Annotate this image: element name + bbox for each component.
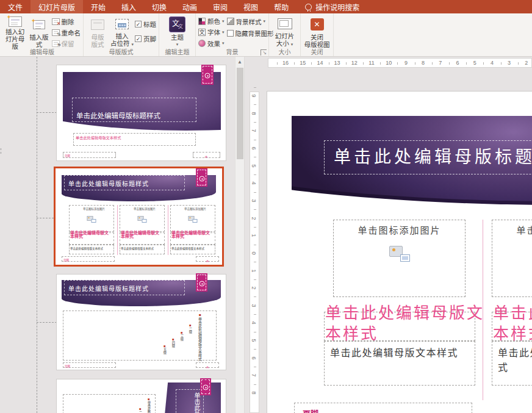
ruler-tick <box>415 62 415 65</box>
ruler-number: 4 <box>491 60 494 66</box>
scrollbar-up-arrow-icon[interactable]: ▲ <box>235 57 244 66</box>
preserve-icon: ⚑ <box>52 40 60 47</box>
slide-canvas[interactable]: 单击此处编辑母版标题样式 单击图标添加图片 单击图标添加图片 单击此处编辑母版文… <box>267 92 532 413</box>
colors-icon <box>198 18 206 25</box>
body-placeholder[interactable]: 单击此处编辑母版文本样式 <box>324 341 475 386</box>
layout-thumbnail-three-pictures-selected[interactable]: 单击此处编辑母版标题样式 单击图标添加图片 单击此处编辑母版文本样式 单击此处编… <box>54 167 224 267</box>
ruler-tick <box>254 349 256 350</box>
ruler-number: 8 <box>251 392 257 395</box>
scrollbar-thumb[interactable] <box>237 68 243 159</box>
thumb2-footer-placeholder: 页脚 <box>62 256 115 262</box>
thumbnail-scrollbar[interactable]: ▲ <box>235 57 244 413</box>
thumb2-black-body-placeholder: 单击此处编辑母版文本样式 <box>120 245 165 254</box>
thumb2-pink-body-placeholder: 单击此处编辑母版文本样式 <box>120 232 165 245</box>
colors-button[interactable]: 颜色 ▾ <box>198 16 225 26</box>
dropdown-arrow-icon: ▾ <box>222 41 225 46</box>
ruler-tick <box>254 174 256 175</box>
layout-thumbnail-vertical-title[interactable]: 单击此处编辑母版标题样式 ▪单击此处编辑母版文本样式 ▪二级 ▪三级 <box>57 379 226 413</box>
ruler-tick <box>254 122 256 123</box>
insert-slide-master-button[interactable]: ✦ 插入幻 灯片母版 <box>4 15 26 48</box>
master-layout-icon <box>91 20 104 30</box>
delete-button[interactable]: ✕ 删除 <box>52 16 81 26</box>
layout-thumbnail-vertical-text[interactable]: 单击此处编辑母版标题样式 ▪单击此处编辑母版文本样式 ▪二级 ▪三级 ▪四级 ▪… <box>57 275 226 370</box>
layout-thumbnail-title-slide[interactable]: 单击此处编辑母版标题样式 单击此处编辑母版文本样式 页脚 ‹#› <box>57 65 226 160</box>
group-label-background: 背景 <box>196 47 268 56</box>
tab-动画[interactable]: 动画 <box>174 0 205 13</box>
body-placeholder[interactable]: 单击此处编辑母版文本样式 <box>492 341 532 386</box>
thumb4-vertical-body-placeholder: ▪单击此处编辑母版文本样式 ▪二级 ▪三级 <box>63 394 156 413</box>
picture-placeholder-icon <box>389 246 410 262</box>
ruler-tick <box>294 62 295 65</box>
ruler-tick <box>432 62 433 65</box>
dropdown-arrow-icon: ▾ <box>222 19 225 24</box>
insert-placeholder-button[interactable]: 插入 占位符 ▾ <box>110 15 134 48</box>
thumb3-slidenumber-placeholder: ‹#› <box>196 362 219 368</box>
picture-placeholder[interactable]: 单击图标添加图片 <box>333 220 466 297</box>
tab-开始[interactable]: 开始 <box>83 0 113 13</box>
close-master-view-icon: ✕ <box>311 18 324 31</box>
ruler-tick <box>254 332 256 332</box>
tab-视图[interactable]: 视图 <box>235 0 266 13</box>
tell-me-search[interactable]: 操作说明搜索 <box>299 0 365 13</box>
thumb1-title-placeholder: 单击此处编辑母版标题样式 <box>72 98 196 122</box>
checkbox-checked-icon: ✓ <box>135 21 142 27</box>
tab-幻灯片母版[interactable]: 幻灯片母版 <box>31 0 83 13</box>
ruler-number: 1 <box>251 269 257 272</box>
ruler-number: 13 <box>334 60 340 66</box>
ruler-number: 12 <box>351 60 358 66</box>
thumb2-title-placeholder: 单击此处编辑母版标题样式 <box>64 175 185 190</box>
slide-size-button[interactable]: 幻灯片 大小 ▾ <box>271 15 298 48</box>
hide-background-graphics-checkbox[interactable]: 隐藏背景图形 <box>227 28 274 38</box>
insert-slide-master-icon: ✦ <box>9 16 22 27</box>
thumb3-footer-placeholder: 页脚 <box>63 362 116 368</box>
thumb2-pink-body-placeholder: 单击此处编辑母版文本样式 <box>170 232 215 245</box>
picture-placeholder[interactable]: 单击图标添加图片 <box>492 220 532 297</box>
ruler-number: 9 <box>251 94 257 97</box>
tab-文件[interactable]: 文件 <box>0 0 31 13</box>
bookmark-ribbon-icon <box>196 168 207 187</box>
bookmark-ribbon-icon <box>196 273 207 292</box>
layout-tree-stub <box>1 148 1 154</box>
ruler-tick <box>254 87 256 88</box>
title-placeholder[interactable]: 单击此处编辑母版标题样式 <box>324 140 532 174</box>
checkbox-checked-icon: ✓ <box>135 35 142 42</box>
ruler-number: 3 <box>251 304 257 307</box>
footer-placeholder[interactable]: 页脚 <box>294 403 472 413</box>
background-styles-button[interactable]: 背景样式 ▾ <box>227 16 274 26</box>
fonts-button[interactable]: 文 字体 ▾ <box>198 27 225 37</box>
ruler-tick <box>254 384 256 385</box>
footers-checkbox[interactable]: ✓ 页脚 <box>135 34 156 43</box>
title-checkbox[interactable]: ✓ 标题 <box>135 19 156 29</box>
tab-切换[interactable]: 切换 <box>144 0 174 13</box>
ruler-tick <box>449 62 450 65</box>
picture-placeholder-icon <box>87 216 96 223</box>
ruler-tick <box>501 62 501 65</box>
ruler-number: 1 <box>251 234 257 237</box>
ruler-number: 6 <box>251 146 257 149</box>
ruler-tick <box>254 104 256 105</box>
insert-layout-icon: ✦ <box>33 20 45 29</box>
ruler-tick <box>363 62 364 65</box>
ruler-number: 3 <box>508 60 511 66</box>
thumb2-picture-placeholder: 单击图标添加图片 <box>120 205 165 232</box>
group-edit-master: ✦ 插入幻 灯片母版 ✦ 插入版式 ✕ 删除 ✎ 重命名 ⚑ 保留 编辑母版 <box>1 13 84 56</box>
tab-审阅[interactable]: 审阅 <box>205 0 235 13</box>
rename-icon: ✎ <box>52 29 60 36</box>
lightbulb-icon <box>305 4 312 10</box>
ruler-number: 2 <box>251 217 257 220</box>
ruler-number: 5 <box>251 339 257 342</box>
themes-button[interactable]: 文文 主题 ▾ <box>164 15 192 48</box>
master-layout-button[interactable]: 母版 版式 <box>86 15 109 48</box>
ruler-tick <box>254 314 256 315</box>
tab-帮助[interactable]: 帮助 <box>266 0 297 13</box>
insert-placeholder-icon <box>115 19 129 29</box>
rename-button[interactable]: ✎ 重命名 <box>52 27 81 37</box>
picture-placeholder-icon <box>189 216 198 223</box>
ruler-tick <box>254 192 256 193</box>
tab-插入[interactable]: 插入 <box>113 0 144 13</box>
ruler-number: 8 <box>422 60 425 66</box>
background-styles-icon <box>227 18 234 25</box>
close-master-view-button[interactable]: ✕ 关闭 母版视图 <box>303 15 331 48</box>
ribbon: ✦ 插入幻 灯片母版 ✦ 插入版式 ✕ 删除 ✎ 重命名 ⚑ 保留 编辑母版 <box>0 13 532 57</box>
insert-layout-button[interactable]: ✦ 插入版式 <box>27 15 50 48</box>
